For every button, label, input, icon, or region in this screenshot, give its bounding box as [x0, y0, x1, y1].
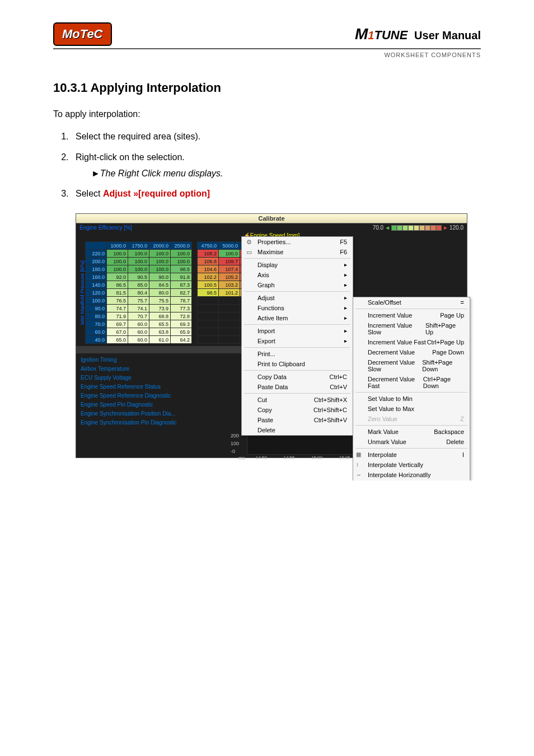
- ctx-item[interactable]: ⚙Properties...F5: [242, 237, 353, 247]
- sub-item[interactable]: Decrement Value SlowShift+Page Down: [353, 357, 470, 374]
- sub-item[interactable]: Mark ValueBackspace: [353, 427, 470, 437]
- window-title: Calibrate: [76, 214, 467, 223]
- ctx-item[interactable]: Axis: [242, 270, 353, 280]
- adjust-submenu[interactable]: Scale/Offset=Increment ValuePage UpIncre…: [353, 297, 470, 480]
- ctx-item[interactable]: Export: [242, 336, 353, 346]
- sub-item[interactable]: ↔Interpolate Horizonatlly: [353, 470, 470, 480]
- sub-item[interactable]: Increment Value SlowShift+Page Up: [353, 320, 470, 337]
- ctx-item[interactable]: Functions: [242, 303, 353, 313]
- ctx-item[interactable]: Graph: [242, 280, 353, 290]
- ctx-item[interactable]: Copy DataCtrl+C: [242, 372, 353, 382]
- ctx-item[interactable]: Print to Clipboard: [242, 359, 353, 369]
- sub-item[interactable]: Increment Value FastCtrl+Page Up: [353, 337, 470, 347]
- sub-item[interactable]: Set Value to Min: [353, 394, 470, 404]
- sub-item[interactable]: Zero ValueZ: [353, 414, 470, 424]
- sub-header: WORKSHEET COMPONENTS: [53, 52, 481, 58]
- sub-item[interactable]: Decrement Value FastCtrl+Page Down: [353, 374, 470, 391]
- ctx-item[interactable]: Delete: [242, 425, 353, 435]
- sub-item[interactable]: Decrement ValuePage Down: [353, 347, 470, 357]
- sub-item[interactable]: Scale/Offset=: [353, 297, 470, 307]
- ctx-item[interactable]: CopyCtrl+Shift+C: [242, 405, 353, 415]
- y-axis-label: Inlet Manifold Pressure [kPa]: [78, 241, 85, 344]
- ctx-item[interactable]: CutCtrl+Shift+X: [242, 395, 353, 405]
- efficiency-label: Engine Efficiency [%]: [79, 225, 132, 231]
- ctx-item[interactable]: Adjust: [242, 293, 353, 303]
- step-2-result: ►The Right Click menu displays.: [91, 166, 481, 182]
- ctx-item[interactable]: Import: [242, 326, 353, 336]
- ctx-item[interactable]: ▭MaximiseF6: [242, 247, 353, 257]
- ctx-item[interactable]: Print...: [242, 349, 353, 359]
- step-2: Right-click on the selection. ►The Right…: [71, 150, 481, 182]
- screenshot-calibrate: Calibrate Engine Efficiency [%] 70.0 ◄ ►…: [76, 213, 467, 458]
- intro-text: To apply interpolation:: [53, 108, 481, 121]
- motec-logo: MoTeC: [53, 22, 112, 46]
- sub-item[interactable]: ▦InterpolateI: [353, 450, 470, 460]
- ctx-item[interactable]: Display: [242, 260, 353, 270]
- ctx-item[interactable]: PasteCtrl+Shift+V: [242, 415, 353, 425]
- section-heading: 10.3.1 Applying Interpolation: [53, 81, 481, 95]
- sub-item[interactable]: Set Value to Max: [353, 404, 470, 414]
- steps-list: Select the required area (sites). Right-…: [53, 129, 481, 202]
- context-menu[interactable]: ⚙Properties...F5▭MaximiseF6DisplayAxisGr…: [241, 236, 353, 436]
- sub-item[interactable]: ↕Interpolate Vertically: [353, 460, 470, 470]
- efficiency-scale: 70.0 ◄ ► 120.0: [373, 225, 463, 231]
- sub-item[interactable]: Increment ValuePage Up: [353, 310, 470, 320]
- step-1: Select the required area (sites).: [71, 129, 481, 145]
- sub-item[interactable]: Unmark ValueDelete: [353, 437, 470, 447]
- ctx-item[interactable]: Paste DataCtrl+V: [242, 382, 353, 392]
- step-3: Select Adjust »[required option]: [71, 186, 481, 202]
- header-right: M1TUNE User Manual: [355, 25, 481, 43]
- ctx-item[interactable]: Active Item: [242, 313, 353, 323]
